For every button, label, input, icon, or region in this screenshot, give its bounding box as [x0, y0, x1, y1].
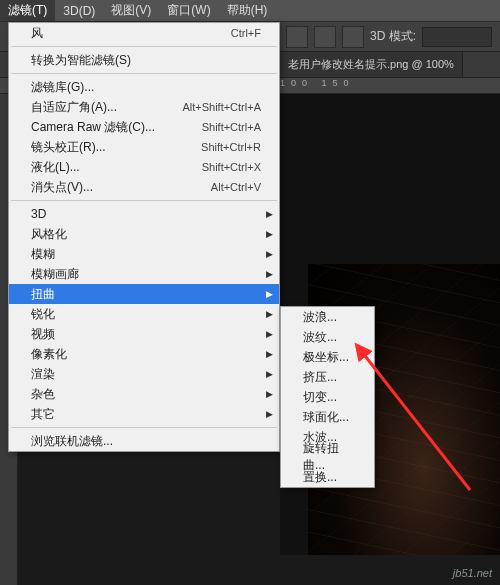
menu-window[interactable]: 窗口(W) — [159, 0, 218, 21]
submenu-item-polar[interactable]: 极坐标... — [281, 347, 374, 367]
menu-item-label: 切变... — [303, 389, 337, 406]
menu-item-label: 液化(L)... — [31, 159, 80, 176]
menu-item-label: 球面化... — [303, 409, 349, 426]
watermark-text: jb51.net — [453, 567, 492, 579]
menu-item-label: 像素化 — [31, 346, 67, 363]
menu-item-label: Camera Raw 滤镜(C)... — [31, 119, 155, 136]
menu-item-label: 消失点(V)... — [31, 179, 93, 196]
chevron-right-icon: ▶ — [266, 309, 273, 319]
menu-item-blur-gallery[interactable]: 模糊画廊▶ — [9, 264, 279, 284]
chevron-right-icon: ▶ — [266, 329, 273, 339]
distort-submenu: 波浪... 波纹... 极坐标... 挤压... 切变... 球面化... 水波… — [280, 306, 375, 488]
shortcut-text: Ctrl+F — [231, 27, 261, 39]
submenu-item-pinch[interactable]: 挤压... — [281, 367, 374, 387]
submenu-item-displace[interactable]: 置换... — [281, 467, 374, 487]
menu-item-label: 极坐标... — [303, 349, 349, 366]
menu-item-label: 渲染 — [31, 366, 55, 383]
menu-item-sharpen[interactable]: 锐化▶ — [9, 304, 279, 324]
submenu-item-wave[interactable]: 波浪... — [281, 307, 374, 327]
menu-item-browse-online[interactable]: 浏览联机滤镜... — [9, 431, 279, 451]
chevron-right-icon: ▶ — [266, 289, 273, 299]
shortcut-text: Shift+Ctrl+A — [202, 121, 261, 133]
menu-separator — [11, 46, 277, 47]
menu-item-label: 镜头校正(R)... — [31, 139, 106, 156]
shortcut-text: Alt+Shift+Ctrl+A — [182, 101, 261, 113]
menu-item-pixelate[interactable]: 像素化▶ — [9, 344, 279, 364]
menu-item-label: 锐化 — [31, 306, 55, 323]
menu-item-3d[interactable]: 3D▶ — [9, 204, 279, 224]
menu-item-label: 滤镜库(G)... — [31, 79, 94, 96]
menu-item-convert-smart[interactable]: 转换为智能滤镜(S) — [9, 50, 279, 70]
menu-item-label: 转换为智能滤镜(S) — [31, 52, 131, 69]
menu-item-label: 波浪... — [303, 309, 337, 326]
chevron-right-icon: ▶ — [266, 369, 273, 379]
menu-item-render[interactable]: 渲染▶ — [9, 364, 279, 384]
mode-label: 3D 模式: — [370, 28, 416, 45]
menu-item-label: 模糊画廊 — [31, 266, 79, 283]
menu-filter[interactable]: 滤镜(T) — [0, 0, 55, 21]
tool-button-b[interactable] — [314, 26, 336, 48]
menu-item-vanishing-point[interactable]: 消失点(V)... Alt+Ctrl+V — [9, 177, 279, 197]
menu-item-label: 杂色 — [31, 386, 55, 403]
menu-item-stylize[interactable]: 风格化▶ — [9, 224, 279, 244]
menu-item-other[interactable]: 其它▶ — [9, 404, 279, 424]
menu-item-last-filter[interactable]: 风 Ctrl+F — [9, 23, 279, 43]
menu-item-camera-raw[interactable]: Camera Raw 滤镜(C)... Shift+Ctrl+A — [9, 117, 279, 137]
submenu-item-spherize[interactable]: 球面化... — [281, 407, 374, 427]
document-tab[interactable]: 老用户修改姓名提示.png @ 100% — [280, 52, 463, 77]
menu-item-label: 风 — [31, 25, 43, 42]
menu-item-label: 自适应广角(A)... — [31, 99, 117, 116]
menu-separator — [11, 73, 277, 74]
menu-item-label: 浏览联机滤镜... — [31, 433, 113, 450]
chevron-right-icon: ▶ — [266, 389, 273, 399]
chevron-right-icon: ▶ — [266, 349, 273, 359]
menu-separator — [11, 427, 277, 428]
menu-item-label: 视频 — [31, 326, 55, 343]
tool-button-a[interactable] — [286, 26, 308, 48]
menu-item-adaptive-wide[interactable]: 自适应广角(A)... Alt+Shift+Ctrl+A — [9, 97, 279, 117]
menu-item-lens-correction[interactable]: 镜头校正(R)... Shift+Ctrl+R — [9, 137, 279, 157]
shortcut-text: Shift+Ctrl+R — [201, 141, 261, 153]
menu-item-liquify[interactable]: 液化(L)... Shift+Ctrl+X — [9, 157, 279, 177]
menubar: 滤镜(T) 3D(D) 视图(V) 窗口(W) 帮助(H) — [0, 0, 500, 22]
menu-item-filter-gallery[interactable]: 滤镜库(G)... — [9, 77, 279, 97]
mode-select[interactable] — [422, 27, 492, 47]
menu-item-blur[interactable]: 模糊▶ — [9, 244, 279, 264]
chevron-right-icon: ▶ — [266, 249, 273, 259]
menu-item-label: 模糊 — [31, 246, 55, 263]
menu-item-distort[interactable]: 扭曲▶ — [9, 284, 279, 304]
menu-item-noise[interactable]: 杂色▶ — [9, 384, 279, 404]
menu-separator — [11, 200, 277, 201]
shortcut-text: Alt+Ctrl+V — [211, 181, 261, 193]
menu-item-label: 波纹... — [303, 329, 337, 346]
menu-view[interactable]: 视图(V) — [103, 0, 159, 21]
shortcut-text: Shift+Ctrl+X — [202, 161, 261, 173]
chevron-right-icon: ▶ — [266, 229, 273, 239]
chevron-right-icon: ▶ — [266, 209, 273, 219]
submenu-item-twirl[interactable]: 旋转扭曲... — [281, 447, 374, 467]
menu-item-label: 挤压... — [303, 369, 337, 386]
menu-3d[interactable]: 3D(D) — [55, 0, 103, 21]
menu-item-label: 置换... — [303, 469, 337, 486]
menu-help[interactable]: 帮助(H) — [219, 0, 276, 21]
menu-item-video[interactable]: 视频▶ — [9, 324, 279, 344]
menu-item-label: 风格化 — [31, 226, 67, 243]
filter-menu: 风 Ctrl+F 转换为智能滤镜(S) 滤镜库(G)... 自适应广角(A)..… — [8, 22, 280, 452]
menu-item-label: 其它 — [31, 406, 55, 423]
chevron-right-icon: ▶ — [266, 269, 273, 279]
submenu-item-shear[interactable]: 切变... — [281, 387, 374, 407]
chevron-right-icon: ▶ — [266, 409, 273, 419]
tool-button-c[interactable] — [342, 26, 364, 48]
submenu-item-ripple[interactable]: 波纹... — [281, 327, 374, 347]
menu-item-label: 扭曲 — [31, 286, 55, 303]
menu-item-label: 3D — [31, 207, 46, 221]
